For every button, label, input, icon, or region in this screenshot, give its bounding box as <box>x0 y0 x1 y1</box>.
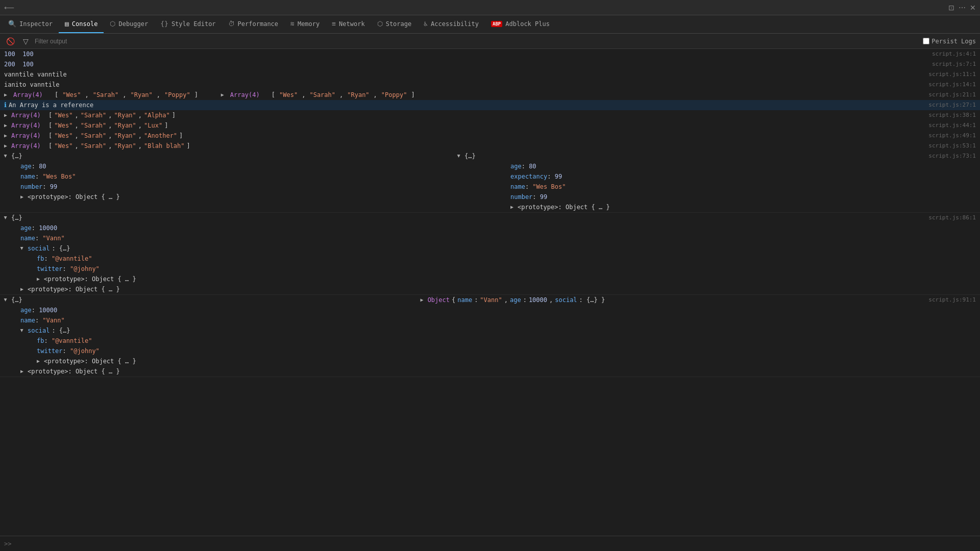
expand-arrow-left[interactable]: ▶ <box>1 155 10 158</box>
console-line-200-100: 200 100 script.js:7:1 <box>0 59 980 69</box>
line-content: vanntile vanntile <box>4 70 67 79</box>
tab-performance-label: Performance <box>238 20 278 28</box>
filter-toggle-button[interactable]: ▽ <box>21 36 31 46</box>
console-input-bar: >> <box>0 536 980 551</box>
expand-arrow-obj3[interactable]: ▶ <box>1 298 10 302</box>
top-bar: ⟵ ⊡ ⋯ ✕ <box>0 0 980 15</box>
network-icon: ≡ <box>332 20 336 28</box>
obj2-social-header: ▶ social: {…} <box>16 243 980 254</box>
clear-console-button[interactable]: 🚫 <box>4 36 17 46</box>
obj2-social-proto: ▶ <prototype>: Object { … } <box>33 274 980 284</box>
info-icon: ℹ <box>4 101 7 110</box>
obj-right-name: name: "Wes Bos" <box>506 182 980 192</box>
expand-social-obj3[interactable]: ▶ <box>17 329 27 332</box>
filter-input[interactable] <box>35 38 137 45</box>
tab-performance[interactable]: ⏱ Performance <box>222 15 284 33</box>
console-block-obj2: ▶ {…} script.js:86:1 age: 10000 name: "V… <box>0 213 980 295</box>
expand-icon[interactable]: ▶ <box>4 90 7 99</box>
obj2-name: name: "Vann" <box>16 233 980 243</box>
expand-icon[interactable]: ▶ <box>4 131 7 140</box>
proto-expand-right[interactable]: ▶ <box>510 203 513 212</box>
tab-accessibility[interactable]: ♿ Accessibility <box>418 15 485 33</box>
console-line-ianito: ianito vanntile script.js:14:1 <box>0 80 980 90</box>
obj-left: age: 80 name: "Wes Bos" number: 99 ▶ <pr… <box>0 161 490 212</box>
console-line-array-another: ▶ Array(4) [ "Wes", "Sarah", "Ryan", "An… <box>0 131 980 141</box>
dock-button[interactable]: ⊡ <box>948 4 954 12</box>
obj3-header: ▶ {…} ▶ Object { name: "Vann", age: 1000… <box>0 295 980 305</box>
expand-arrow-obj2[interactable]: ▶ <box>1 216 10 219</box>
console-block-obj-pair: ▶ {…} ▶ {…} script.js:73:1 age: 80 name:… <box>0 151 980 213</box>
console-line-info: ℹ An Array is a reference script.js:27:1 <box>0 100 980 110</box>
proto-expand-obj3[interactable]: ▶ <box>20 367 23 376</box>
memory-icon: ≋ <box>290 20 295 28</box>
expand-icon[interactable]: ▶ <box>4 121 7 130</box>
tab-bar: 🔍 Inspector ▤ Console ⬡ Debugger {} Styl… <box>0 15 980 34</box>
obj-left-number: number: 99 <box>16 182 490 192</box>
console-output: 100 100 script.js:4:1 200 100 script.js:… <box>0 49 980 536</box>
line-source: script.js:53:1 <box>915 141 976 151</box>
inspector-icon: 🔍 <box>8 20 16 28</box>
console-icon: ▤ <box>65 20 69 28</box>
tab-inspector[interactable]: 🔍 Inspector <box>2 15 59 33</box>
tab-console[interactable]: ▤ Console <box>59 15 104 33</box>
close-button[interactable]: ✕ <box>970 4 976 12</box>
back-button[interactable]: ⟵ <box>4 4 14 12</box>
tab-inspector-label: Inspector <box>19 20 53 28</box>
persist-logs-label: Persist Logs <box>932 38 976 45</box>
console-input[interactable] <box>15 540 976 547</box>
obj-pair-content: ▶ {…} ▶ {…} <box>4 152 906 161</box>
persist-logs-checkbox[interactable] <box>923 38 929 44</box>
expand-arrow-right[interactable]: ▶ <box>454 155 463 158</box>
expand-icon[interactable]: ▶ <box>4 111 7 120</box>
obj3-name: name: "Vann" <box>16 315 980 325</box>
console-line-array-lux: ▶ Array(4) [ "Wes", "Sarah", "Ryan", "Lu… <box>0 120 980 131</box>
top-bar-buttons: ⊡ ⋯ ✕ <box>948 4 976 12</box>
obj3-proto: ▶ <prototype>: Object { … } <box>16 366 980 377</box>
obj2-social-expanded: fb: "@vanntile" twitter: "@johny" ▶ <pro… <box>16 254 980 284</box>
line-content: ▶ Array(4) [ "Wes", "Sarah", "Ryan", "Al… <box>4 111 176 120</box>
obj-left-name: name: "Wes Bos" <box>16 171 490 182</box>
line-content: ▶ Array(4) [ "Wes", "Sarah", "Ryan", "Po… <box>4 90 415 99</box>
proto-expand-social[interactable]: ▶ <box>37 274 40 284</box>
obj-left-proto: ▶ <prototype>: Object { … } <box>16 192 490 202</box>
line-content: ianito vanntile <box>4 80 59 89</box>
line-source: script.js:21:1 <box>915 90 976 99</box>
line-source: script.js:91:1 <box>915 295 976 305</box>
line-source: script.js:14:1 <box>915 80 976 89</box>
expand-inline-obj3[interactable]: ▶ <box>421 295 424 305</box>
more-button[interactable]: ⋯ <box>959 4 966 12</box>
proto-expand-obj2[interactable]: ▶ <box>20 285 23 294</box>
line-content: ℹ An Array is a reference <box>4 101 93 110</box>
obj3-social-expanded: fb: "@vanntile" twitter: "@johny" ▶ <pro… <box>16 336 980 366</box>
expand-social[interactable]: ▶ <box>17 247 27 250</box>
line-source: script.js:73:1 <box>915 152 976 161</box>
obj-right-proto: ▶ <prototype>: Object { … } <box>506 202 980 212</box>
line-source: script.js:27:1 <box>915 101 976 110</box>
line-source: script.js:4:1 <box>915 49 976 59</box>
obj2-social-fb: fb: "@vanntile" <box>33 254 980 264</box>
proto-expand-social-obj3[interactable]: ▶ <box>37 357 40 366</box>
tab-debugger[interactable]: ⬡ Debugger <box>104 15 154 33</box>
line-content: 100 100 <box>4 49 34 59</box>
tab-storage[interactable]: ⬡ Storage <box>371 15 418 33</box>
line-source: script.js:7:1 <box>915 60 976 69</box>
line-source: script.js:38:1 <box>915 111 976 120</box>
expand-icon[interactable]: ▶ <box>4 141 7 151</box>
proto-expand[interactable]: ▶ <box>20 192 23 202</box>
obj-right-expectancy: expectancy: 99 <box>506 171 980 182</box>
obj3-social-fb: fb: "@vanntile" <box>33 336 980 346</box>
expand-icon-2[interactable]: ▶ <box>221 90 224 99</box>
tab-adblock[interactable]: ABP Adblock Plus <box>485 15 556 33</box>
obj-pair-expanded: age: 80 name: "Wes Bos" number: 99 ▶ <pr… <box>0 161 980 212</box>
tab-network-label: Network <box>339 20 365 28</box>
tab-memory[interactable]: ≋ Memory <box>284 15 326 33</box>
line-content: ▶ Array(4) [ "Wes", "Sarah", "Ryan", "Bl… <box>4 141 190 151</box>
obj3-social-proto: ▶ <prototype>: Object { … } <box>33 356 980 366</box>
tab-style-editor[interactable]: {} Style Editor <box>154 15 222 33</box>
console-line-vanntile: vanntile vanntile script.js:11:1 <box>0 69 980 80</box>
obj2-proto: ▶ <prototype>: Object { … } <box>16 284 980 294</box>
tab-network[interactable]: ≡ Network <box>326 15 371 33</box>
obj3-age: age: 10000 <box>16 305 980 315</box>
performance-icon: ⏱ <box>228 20 235 28</box>
console-prompt: >> <box>4 540 11 547</box>
